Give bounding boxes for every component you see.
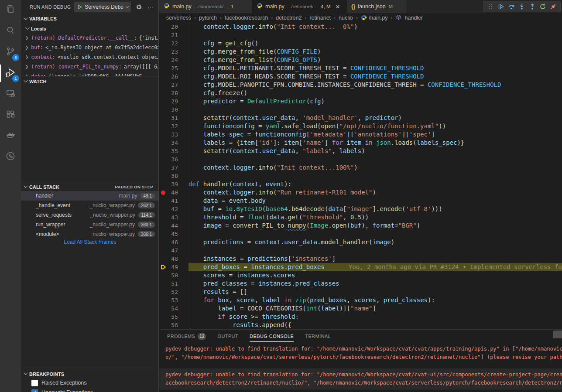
breadcrumb-item-facebookresearch[interactable]: facebookresearch [225, 15, 268, 21]
tab-launch.json[interactable]: {}launch.jsonM [347, 0, 408, 13]
gutter[interactable] [159, 56, 168, 64]
code-line-38[interactable]: 38 [159, 172, 562, 180]
gutter[interactable] [159, 188, 168, 197]
gutter[interactable] [159, 213, 168, 222]
code-line-23[interactable]: 23 cfg.merge_from_file(CONFIG_FILE) [159, 48, 562, 56]
gutter[interactable] [159, 147, 168, 155]
panel-tab-output[interactable]: OUTPUT [217, 330, 238, 343]
activity-item-docker[interactable] [0, 126, 21, 147]
code-line-29[interactable]: 29 predictor = DefaultPredictor(cfg) [159, 97, 562, 106]
code-line-42[interactable]: 42 buf = io.BytesIO(base64.b64decode(dat… [159, 205, 562, 213]
stack-frame-row[interactable]: handlermain.py49:1 [21, 191, 159, 201]
launch-config-label[interactable]: Serverless Debu [85, 4, 123, 10]
gutter[interactable] [159, 139, 168, 147]
gutter[interactable] [159, 81, 168, 89]
chevron-right-icon[interactable]: ❯ [26, 35, 28, 41]
gear-icon[interactable]: ⚙ [136, 3, 142, 11]
gutter[interactable] [159, 296, 168, 304]
breakpoint-row[interactable]: Raised Exceptions [21, 378, 159, 388]
locals-scope[interactable]: Locals [21, 24, 159, 33]
variable-row[interactable]: ❯(return) DefaultPredictor.__call__:{'in… [21, 33, 158, 43]
variable-row[interactable]: ❯(return) convert_PIL_to_numpy:array([[[… [21, 62, 158, 72]
gutter[interactable] [159, 72, 168, 81]
code-line-45[interactable]: 45 [159, 230, 562, 238]
gutter[interactable] [159, 97, 168, 106]
code-line-27[interactable]: 27 cfg.MODEL.PANOPTIC_FPN.COMBINE.INSTAN… [159, 81, 562, 89]
gutter[interactable] [159, 164, 168, 172]
gutter[interactable] [159, 180, 168, 188]
panel-tab-debug-console[interactable]: DEBUG CONSOLE [250, 330, 294, 343]
step-over-button[interactable] [506, 1, 517, 12]
code-line-54[interactable]: 54 label = COCO_CATEGORIES[int(label)]["… [159, 304, 562, 313]
gutter[interactable] [159, 304, 168, 313]
code-line-53[interactable]: 53 for box, score, label in zip(pred_box… [159, 296, 562, 304]
code-line-21[interactable]: 21 [159, 31, 562, 39]
code-line-22[interactable]: 22 cfg = get_cfg() [159, 39, 562, 48]
gutter[interactable] [159, 271, 168, 280]
variable-row[interactable]: ❯data:{'image': 'iVBORw0KG..AAAANSUhE… [21, 72, 158, 76]
stack-frame-row[interactable]: <module>_nuclio_wrapper.py366:1 [21, 229, 159, 239]
breadcrumb-item-detectron2[interactable]: detectron2 [276, 15, 302, 21]
chevron-right-icon[interactable]: ❯ [26, 73, 28, 76]
gutter[interactable] [159, 321, 168, 329]
breadcrumb-item-nuclio[interactable]: nuclio [339, 15, 353, 21]
code-line-20[interactable]: 20 context.logger.info("Init context... … [159, 23, 562, 31]
gutter[interactable] [159, 280, 168, 288]
variable-row[interactable]: ❯context:<nuclio_sdk.context.Context obj… [21, 52, 158, 62]
breadcrumb-item-serverless[interactable]: serverless [166, 15, 191, 21]
chevron-right-icon[interactable]: ❯ [26, 54, 28, 60]
code-line-36[interactable]: 36 [159, 155, 562, 164]
code-line-47[interactable]: 47 [159, 246, 562, 255]
breakpoint-icon[interactable] [161, 191, 165, 195]
start-debug-icon[interactable] [77, 4, 82, 10]
code-line-41[interactable]: 41 data = event.body [159, 197, 562, 205]
code-line-49[interactable]: 49 pred_boxes = instances.pred_boxesYou,… [159, 263, 562, 271]
gutter[interactable] [159, 64, 168, 72]
code-line-28[interactable]: 28 cfg.freeze() [159, 89, 562, 97]
gutter[interactable] [159, 106, 168, 114]
breakpoints-section-header[interactable]: BREAKPOINTS [21, 369, 159, 378]
breakpoint-row[interactable]: ✓Uncaught Exceptions [21, 388, 159, 392]
tab-main.py-1[interactable]: main.py.../siammask/...1 [159, 0, 252, 13]
gutter[interactable] [159, 155, 168, 164]
activity-item-explorer[interactable] [0, 0, 21, 21]
code-line-39[interactable]: 39def handler(context, event): [159, 180, 562, 188]
console-message-block[interactable]: pydev debugger: unable to find translati… [159, 343, 562, 364]
gutter[interactable] [159, 255, 168, 263]
gutter[interactable] [159, 48, 168, 56]
stack-frame-row[interactable]: run_wrapper_nuclio_wrapper.py360:1 [21, 220, 159, 229]
code-line-51[interactable]: 51 pred_classes = instances.pred_classes [159, 280, 562, 288]
code-line-52[interactable]: 52 results = [] [159, 288, 562, 296]
gutter[interactable] [159, 263, 168, 271]
breadcrumb-item-pytorch[interactable]: pytorch [199, 15, 217, 21]
restart-button[interactable] [538, 1, 548, 12]
gutter[interactable] [159, 238, 168, 246]
checkbox-unchecked[interactable] [31, 380, 38, 386]
step-into-button[interactable] [517, 1, 527, 12]
watch-section-header[interactable]: WATCH [21, 76, 159, 86]
console-message-block[interactable]: pydev debugger: unable to find translati… [159, 368, 562, 390]
activity-item-run-and-debug[interactable]: 1 [0, 63, 21, 84]
gutter[interactable] [159, 205, 168, 213]
code-line-30[interactable]: 30 [159, 106, 562, 114]
panel-tab-problems[interactable]: PROBLEMS12 [167, 330, 206, 343]
code-line-55[interactable]: 55 if score >= threshold: [159, 313, 562, 321]
code-line-32[interactable]: 32 functionconfig = yaml.safe_load(open(… [159, 122, 562, 130]
gutter[interactable] [159, 222, 168, 230]
variables-section-header[interactable]: VARIABLES [21, 14, 159, 24]
gutter[interactable] [159, 197, 168, 205]
tab-main.py-2[interactable]: main.py.../retinanet/...4, M✕ [252, 0, 347, 13]
gutter[interactable] [159, 114, 168, 122]
code-line-26[interactable]: 26 cfg.MODEL.ROI_HEADS.SCORE_THRESH_TEST… [159, 72, 562, 81]
close-icon[interactable]: ✕ [334, 3, 341, 10]
gutter[interactable] [159, 122, 168, 130]
gutter[interactable] [159, 288, 168, 296]
code-line-46[interactable]: 46 predictions = context.user_data.model… [159, 238, 562, 246]
code-line-37[interactable]: 37 context.logger.info("Init context...1… [159, 164, 562, 172]
gutter[interactable] [159, 313, 168, 321]
checkbox-checked[interactable]: ✓ [31, 389, 38, 392]
gutter[interactable] [159, 246, 168, 255]
activity-item-extensions[interactable] [0, 105, 21, 126]
more-actions-icon[interactable]: ··· [147, 3, 154, 11]
stack-frame-row[interactable]: _handle_event_nuclio_wrapper.py262:1 [21, 201, 159, 210]
